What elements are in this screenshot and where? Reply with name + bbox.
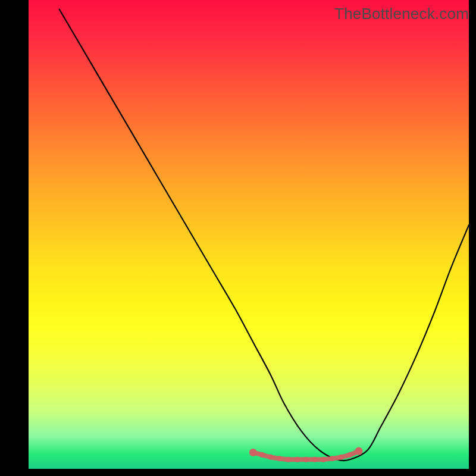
marker-dot	[259, 452, 265, 458]
marker-dot	[355, 447, 363, 455]
marker-dot	[249, 449, 257, 456]
chart-svg	[29, 0, 469, 469]
marker-dot	[330, 456, 335, 461]
watermark-text: TheBottleneck.com	[334, 5, 469, 23]
chart-inner	[29, 0, 469, 469]
chart-stage	[0, 0, 476, 476]
marker-dot	[321, 457, 326, 462]
marker-dot	[277, 456, 282, 461]
black-curve	[60, 10, 469, 461]
marker-dot	[286, 457, 291, 462]
marker-dot	[339, 455, 344, 460]
marker-dot	[268, 455, 274, 460]
frame-bottom	[0, 469, 476, 476]
marker-dot	[295, 457, 300, 462]
marker-dot	[347, 452, 353, 458]
frame-right	[469, 0, 476, 476]
marker-dot	[303, 457, 309, 462]
frame-left	[0, 0, 29, 476]
marker-dot	[312, 457, 318, 462]
